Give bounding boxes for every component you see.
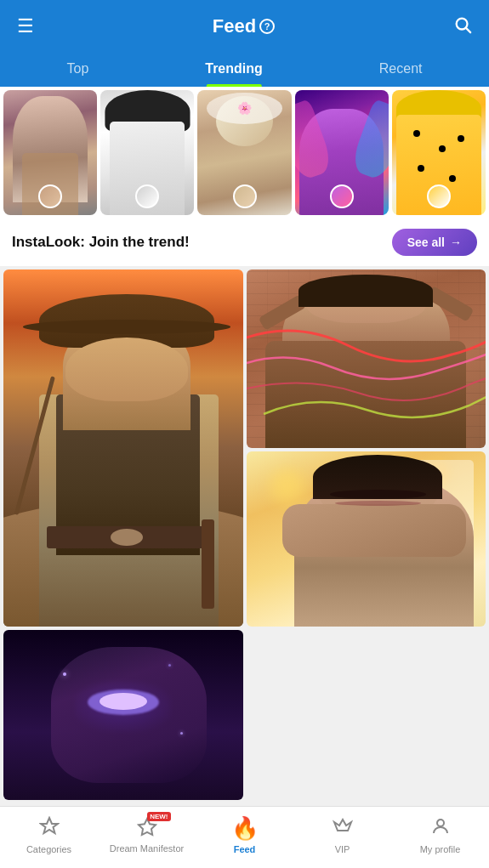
story-avatar-3 bbox=[233, 184, 257, 208]
svg-line-1 bbox=[466, 28, 470, 32]
svg-point-3 bbox=[437, 820, 444, 826]
see-all-button[interactable]: See all → bbox=[392, 229, 477, 256]
section-header: InstaLook: Join the trend! See all → bbox=[0, 218, 489, 266]
app-title: Feed ? bbox=[213, 15, 275, 37]
search-icon[interactable] bbox=[453, 15, 472, 38]
grid-left-column bbox=[3, 269, 243, 800]
help-icon[interactable]: ? bbox=[259, 19, 275, 34]
nav-categories[interactable]: Categories bbox=[0, 816, 98, 854]
content-grid bbox=[0, 266, 489, 803]
grid-item-cowboy[interactable] bbox=[3, 269, 243, 627]
nav-profile[interactable]: My profile bbox=[391, 816, 489, 854]
story-avatar-5 bbox=[427, 184, 451, 208]
story-avatar-2 bbox=[135, 184, 159, 208]
categories-icon bbox=[39, 816, 60, 842]
bottom-navigation: Categories NEW! Dream Manifestor 🔥 Feed … bbox=[0, 806, 489, 868]
header: ☰ Feed ? bbox=[0, 0, 489, 53]
grid-item-dark-eye[interactable] bbox=[3, 630, 243, 800]
section-title: InstaLook: Join the trend! bbox=[12, 234, 190, 251]
dream-icon-wrapper: NEW! bbox=[137, 817, 157, 841]
story-item-3[interactable]: 🌸 bbox=[197, 90, 291, 215]
profile-icon bbox=[430, 816, 451, 842]
nav-categories-label: Categories bbox=[26, 844, 71, 854]
story-item-5[interactable] bbox=[392, 90, 486, 215]
grid-item-woman-jacket[interactable] bbox=[247, 269, 486, 448]
nav-vip[interactable]: VIP bbox=[293, 816, 391, 854]
new-badge: NEW! bbox=[147, 812, 170, 821]
tab-top[interactable]: Top bbox=[49, 53, 105, 87]
grid-item-woman-light[interactable] bbox=[247, 451, 486, 627]
story-avatar-1 bbox=[38, 184, 62, 208]
nav-profile-label: My profile bbox=[420, 844, 461, 854]
nav-feed[interactable]: 🔥 Feed bbox=[196, 815, 293, 854]
see-all-arrow: → bbox=[450, 235, 462, 249]
feed-icon: 🔥 bbox=[231, 815, 259, 842]
nav-feed-label: Feed bbox=[234, 844, 256, 854]
tab-trending[interactable]: Trending bbox=[188, 53, 280, 87]
story-avatar-4 bbox=[330, 184, 354, 208]
story-strip: 🌸 bbox=[0, 87, 489, 218]
see-all-label: See all bbox=[407, 235, 445, 249]
nav-dream[interactable]: NEW! Dream Manifestor bbox=[98, 817, 196, 854]
story-item-1[interactable] bbox=[3, 90, 97, 215]
story-item-4[interactable] bbox=[295, 90, 389, 215]
nav-vip-label: VIP bbox=[335, 844, 350, 854]
grid-right-column bbox=[247, 269, 486, 800]
nav-dream-label: Dream Manifestor bbox=[110, 843, 184, 854]
vip-icon bbox=[333, 816, 353, 842]
title-text: Feed bbox=[213, 15, 256, 37]
tab-bar: Top Trending Recent bbox=[0, 53, 489, 87]
tab-recent[interactable]: Recent bbox=[362, 53, 440, 87]
story-item-2[interactable] bbox=[100, 90, 194, 215]
menu-icon[interactable]: ☰ bbox=[17, 15, 34, 37]
